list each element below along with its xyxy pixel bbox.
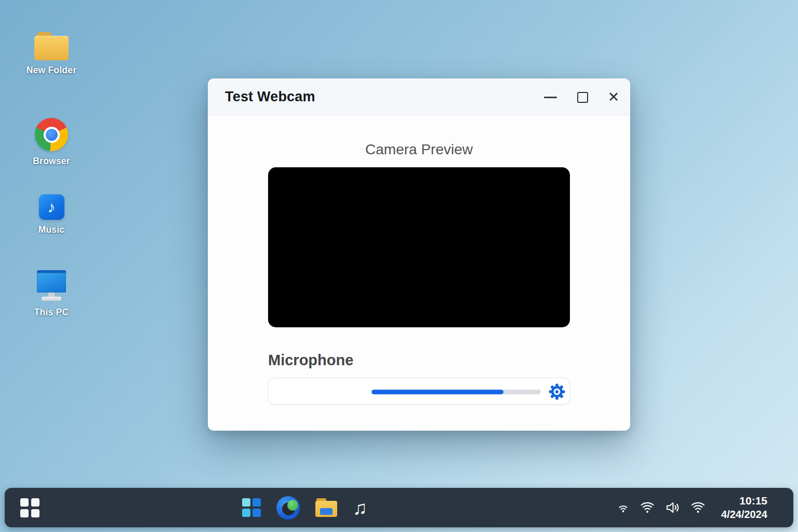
desktop-icon-this-pc[interactable]: This PC — [20, 270, 83, 318]
desktop-icon-new-folder[interactable]: New Folder — [20, 32, 83, 76]
microphone-panel — [268, 378, 570, 405]
settings-gear-icon — [548, 383, 566, 401]
taskbar-start-colored-button[interactable] — [242, 498, 261, 517]
chrome-browser-icon — [35, 118, 68, 151]
close-button[interactable]: ✕ — [601, 78, 626, 116]
taskbar-clock[interactable]: 10:15 4/24/2024 — [721, 494, 767, 521]
mic-level-fill — [371, 390, 503, 394]
desktop-icon-browser[interactable]: Browser — [20, 118, 83, 167]
desktop-icon-music[interactable]: ♪ Music — [20, 194, 83, 235]
maximize-icon — [577, 92, 588, 103]
desktop-icon-label: New Folder — [26, 65, 76, 76]
camera-preview-video — [268, 167, 570, 327]
mic-level-slider[interactable] — [371, 390, 541, 394]
desktop-icon-label: This PC — [34, 307, 69, 318]
microphone-heading: Microphone — [268, 352, 353, 369]
desktop-icon-label: Music — [38, 224, 65, 235]
minimize-button[interactable] — [538, 78, 563, 116]
wifi-small-icon[interactable] — [616, 502, 630, 513]
taskbar-edge-browser-button[interactable] — [276, 496, 300, 520]
taskbar: ♫ — [5, 488, 793, 527]
windows-colored-icon — [242, 498, 250, 507]
music-note-beamed-icon: ♫ — [353, 498, 367, 517]
clock-date: 4/24/2024 — [721, 508, 767, 521]
window-titlebar[interactable]: Test Webcam — [208, 78, 630, 116]
start-button[interactable] — [20, 498, 40, 517]
music-note-icon: ♪ — [39, 194, 64, 220]
taskbar-file-explorer-button[interactable] — [315, 498, 337, 517]
close-icon: ✕ — [608, 90, 620, 104]
windows-logo-icon — [20, 498, 29, 507]
desktop-icon-label: Browser — [33, 156, 70, 167]
test-webcam-window: Test Webcam ✕ Camera Preview Microphone — [208, 78, 630, 431]
taskbar-music-button[interactable]: ♫ — [353, 498, 367, 517]
monitor-icon — [36, 270, 67, 302]
maximize-button[interactable] — [570, 78, 595, 116]
mic-settings-button[interactable] — [548, 382, 566, 401]
wifi-icon[interactable] — [639, 501, 656, 514]
folder-icon — [34, 32, 69, 60]
file-explorer-icon — [315, 498, 337, 517]
edge-browser-icon — [276, 496, 300, 520]
minimize-icon — [544, 97, 557, 98]
wifi-icon-2[interactable] — [690, 501, 706, 514]
window-title: Test Webcam — [225, 89, 315, 105]
volume-icon[interactable] — [664, 501, 681, 514]
camera-preview-heading: Camera Preview — [208, 141, 630, 158]
clock-time: 10:15 — [721, 494, 767, 508]
